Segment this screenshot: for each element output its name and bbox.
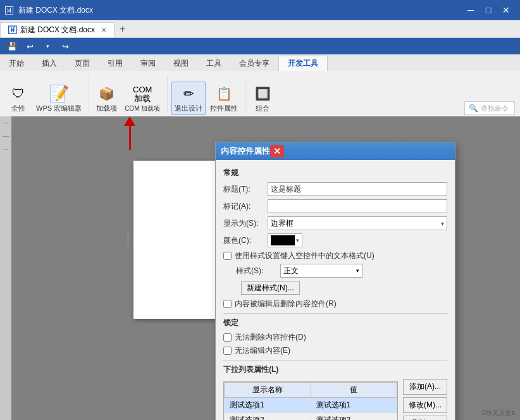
dropdown-prop-table: 显示名称 值 测试选项1 测试选项1 测试选项2 测试选项2 — [224, 382, 397, 420]
dialog-titlebar: 内容控件属性 ✕ — [216, 142, 455, 160]
addins-button[interactable]: 📦 加载项 — [93, 82, 120, 115]
tab-close-button[interactable]: ✕ — [101, 27, 106, 34]
color-label: 颜色(C): — [223, 235, 268, 246]
style-value: 正文 — [283, 266, 299, 276]
tab-page[interactable]: 页面 — [66, 56, 99, 71]
tab-view[interactable]: 视图 — [164, 56, 197, 71]
document-area: ◄ 《选择一项。》 ► 内容控件属性 ✕ 常规 标题(T): 标记(A): 显示… — [0, 116, 520, 420]
group-icon: 🔲 — [252, 83, 273, 104]
addins-icon: 📦 — [97, 83, 117, 104]
display-row: 显示为(S): 边界框 ▾ — [223, 216, 447, 230]
quick-access-bar: 💾 ↩ ▾ ↪ — [0, 38, 520, 54]
com-label: COM 加载项 — [125, 104, 160, 113]
tab-start[interactable]: 开始 — [0, 56, 33, 71]
maximize-button[interactable]: □ — [480, 3, 497, 17]
macro-label: WPS 宏编辑器 — [36, 104, 82, 113]
remove-after-edit-checkbox[interactable] — [223, 300, 232, 308]
search-box[interactable]: 🔍 查找命令 — [464, 101, 515, 115]
group-button[interactable]: 🔲 组合 — [249, 82, 276, 115]
table-action-buttons: 添加(A)... 修改(M)... 删除(O) 上移(P) 下移(W) — [403, 379, 447, 420]
macro-editor-button[interactable]: 📝 WPS 宏编辑器 — [33, 82, 85, 115]
undo-button[interactable]: ↩ — [23, 40, 37, 52]
row1-name: 测试选项1 — [225, 398, 311, 413]
search-placeholder: 查找命令 — [481, 104, 509, 113]
lock-delete-row: 无法删除内容控件(D) — [223, 332, 447, 343]
delete-button[interactable]: 删除(O) — [403, 416, 447, 420]
undo-dropdown-button[interactable]: ▾ — [40, 40, 54, 52]
lock-section-header: 锁定 — [223, 318, 447, 328]
redo-button[interactable]: ↪ — [58, 40, 72, 52]
title-label: 标题(T): — [223, 184, 268, 195]
minimize-button[interactable]: ─ — [462, 3, 480, 17]
display-label: 显示为(S): — [223, 218, 268, 229]
security-label: 全性 — [11, 104, 25, 113]
lock-delete-label: 无法删除内容控件(D) — [235, 332, 306, 343]
tag-input[interactable] — [268, 199, 447, 213]
dropdown-section-header: 下拉列表属性(L) — [223, 364, 447, 375]
display-select[interactable]: 边界框 ▾ — [268, 216, 447, 230]
dropdown-table-area: 显示名称 值 测试选项1 测试选项1 测试选项2 测试选项2 — [223, 379, 447, 420]
use-style-label: 使用样式设置键入空控件中的文本格式(U) — [235, 250, 375, 261]
save-quick-button[interactable]: 💾 — [5, 40, 19, 52]
tag-row: 标记(A): — [223, 199, 447, 213]
new-style-button[interactable]: 新建样式(N)... — [241, 281, 300, 295]
color-swatch — [271, 235, 295, 245]
group-label: 组合 — [256, 104, 269, 113]
add-button[interactable]: 添加(A)... — [403, 379, 447, 395]
addins-label: 加载项 — [96, 104, 117, 113]
control-properties-label: 控件属性 — [210, 104, 238, 113]
macro-icon: 📝 — [49, 83, 69, 104]
title-input[interactable] — [268, 182, 447, 196]
com-addins-button[interactable]: COM加载 COM 加载项 — [121, 82, 163, 115]
table-row[interactable]: 测试选项2 测试选项2 — [225, 413, 397, 421]
table-row[interactable]: 测试选项1 测试选项1 — [225, 398, 397, 413]
selection-handle[interactable] — [127, 235, 129, 245]
ribbon-content: 🛡 全性 📝 WPS 宏编辑器 📦 加载项 COM加载 COM 加载项 ✏ 退出… — [0, 71, 520, 116]
security-button[interactable]: 🛡 全性 — [5, 82, 32, 115]
title-row: 标题(T): — [223, 182, 447, 196]
general-section-header: 常规 — [223, 168, 447, 178]
exit-design-button[interactable]: ✏ 退出设计 — [171, 82, 206, 115]
arrow-indicator — [124, 116, 135, 150]
color-row: 颜色(C): ▾ — [223, 233, 447, 247]
document-tab[interactable]: 🅆 新建 DOCX 文档.docx ✕ — [0, 22, 115, 37]
tab-developer[interactable]: 开发工具 — [278, 56, 328, 71]
style-label: 样式(S): — [236, 266, 280, 276]
exit-design-label: 退出设计 — [175, 104, 202, 113]
tab-insert[interactable]: 插入 — [33, 56, 66, 71]
dialog-title: 内容控件属性 — [221, 145, 270, 157]
style-row: 样式(S): 正文 ▾ — [236, 264, 447, 278]
dropdown-table-container: 显示名称 值 测试选项1 测试选项1 测试选项2 测试选项2 — [223, 381, 398, 420]
tab-membership[interactable]: 会员专享 — [230, 56, 278, 71]
modify-button[interactable]: 修改(M)... — [403, 397, 447, 413]
title-bar: 🅆 新建 DOCX 文档.docx ─ □ ✕ — [0, 0, 520, 20]
row1-value: 测试选项1 — [311, 398, 397, 413]
display-select-arrow: ▾ — [441, 220, 444, 227]
row2-value: 测试选项2 — [311, 413, 397, 421]
style-select[interactable]: 正文 ▾ — [280, 264, 362, 278]
content-control-dialog: 内容控件属性 ✕ 常规 标题(T): 标记(A): 显示为(S): 边界框 ▾ — [215, 142, 455, 420]
tab-review[interactable]: 审阅 — [132, 56, 164, 71]
lock-delete-checkbox[interactable] — [223, 333, 232, 342]
remove-after-edit-row: 内容被编辑后删除内容控件(R) — [223, 299, 447, 309]
lock-edit-checkbox[interactable] — [223, 347, 232, 355]
dialog-body: 常规 标题(T): 标记(A): 显示为(S): 边界框 ▾ 颜色(C): — [216, 160, 455, 420]
tab-tools[interactable]: 工具 — [197, 56, 230, 71]
tag-label: 标记(A): — [223, 201, 268, 212]
dialog-close-button[interactable]: ✕ — [270, 145, 284, 158]
watermark: ©乐又义达a — [481, 409, 515, 417]
row2-name: 测试选项2 — [225, 413, 311, 421]
tab-reference[interactable]: 引用 — [99, 56, 132, 71]
color-picker[interactable]: ▾ — [268, 233, 302, 247]
close-window-button[interactable]: ✕ — [497, 3, 515, 17]
lock-edit-row: 无法编辑内容(E) — [223, 345, 447, 356]
color-dropdown-arrow: ▾ — [296, 237, 299, 244]
use-style-checkbox[interactable] — [223, 252, 232, 260]
control-properties-button[interactable]: 📋 控件属性 — [207, 82, 241, 115]
display-value: 边界框 — [271, 218, 294, 229]
word-icon: 🅆 — [8, 25, 16, 35]
new-tab-button[interactable]: + — [115, 21, 130, 37]
security-icon: 🛡 — [8, 83, 28, 104]
remove-after-edit-label: 内容被编辑后删除内容控件(R) — [235, 299, 337, 309]
com-icon: COM加载 — [132, 84, 152, 104]
